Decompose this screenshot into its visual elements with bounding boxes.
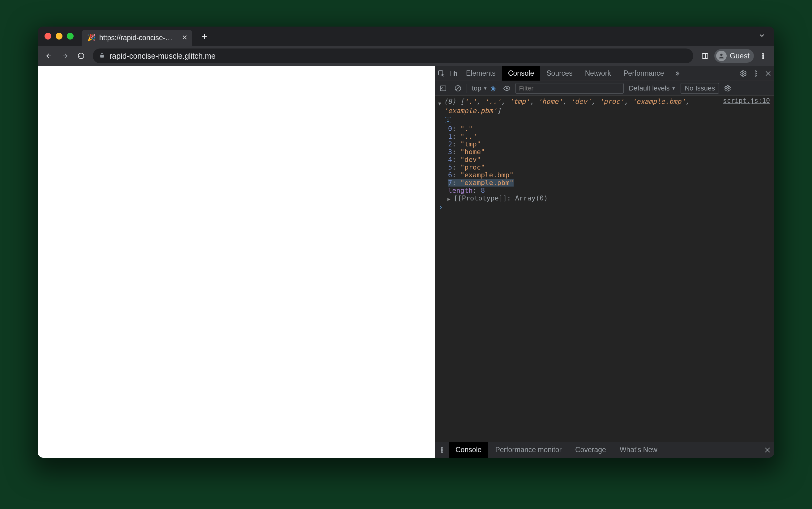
- svg-point-15: [755, 75, 756, 76]
- drawer-tab-console[interactable]: Console: [449, 442, 488, 458]
- browser-tab[interactable]: 🎉 https://rapid-concise-muscle.g… ✕: [82, 30, 192, 46]
- svg-point-12: [743, 73, 744, 74]
- devtools-drawer: Console Performance monitor Coverage Wha…: [435, 442, 774, 458]
- profile-label: Guest: [730, 52, 750, 60]
- live-expression-indicator-icon: ◉: [491, 84, 496, 92]
- traffic-lights: [44, 33, 73, 39]
- length-key: length: [448, 186, 472, 194]
- array-item[interactable]: 2: "tmp": [448, 140, 774, 148]
- expand-toggle-icon[interactable]: [438, 99, 441, 108]
- expanded-array: 0: "."1: ".."2: "tmp"3: "home"4: "dev"5:…: [448, 125, 774, 186]
- array-item[interactable]: 3: "home": [448, 148, 774, 156]
- window-maximize-button[interactable]: [67, 33, 73, 39]
- svg-point-21: [506, 88, 508, 89]
- array-preview: ['.', '..', 'tmp', 'home', 'dev', 'proc'…: [444, 98, 690, 114]
- tab-network[interactable]: Network: [579, 66, 617, 80]
- svg-point-25: [441, 451, 442, 453]
- back-button[interactable]: [42, 49, 56, 63]
- drawer-tab-whats-new[interactable]: What's New: [613, 442, 664, 458]
- drawer-tab-coverage[interactable]: Coverage: [568, 442, 613, 458]
- browser-window: 🎉 https://rapid-concise-muscle.g… ✕ ＋ ra…: [38, 27, 774, 458]
- tab-strip: 🎉 https://rapid-concise-muscle.g… ✕ ＋: [38, 27, 774, 46]
- omnibox[interactable]: rapid-concise-muscle.glitch.me: [93, 48, 693, 63]
- svg-point-6: [762, 53, 764, 54]
- tab-close-icon[interactable]: ✕: [182, 34, 187, 42]
- svg-point-14: [755, 73, 756, 74]
- devtools-menu-icon[interactable]: [750, 66, 762, 81]
- avatar-icon: [716, 50, 727, 61]
- svg-point-23: [441, 447, 442, 448]
- issues-label: No Issues: [685, 84, 715, 92]
- length-value: 8: [481, 186, 485, 194]
- forward-button[interactable]: [58, 49, 72, 63]
- console-toolbar: top ▼ ◉ Default levels ▼ No Issues: [435, 81, 774, 96]
- svg-point-13: [755, 71, 756, 72]
- tab-sources[interactable]: Sources: [540, 66, 579, 80]
- console-sidebar-toggle-icon[interactable]: [437, 81, 449, 96]
- length-row: length: 8: [448, 186, 774, 194]
- array-item[interactable]: 7: "example.pbm": [448, 179, 774, 186]
- levels-label: Default levels: [629, 84, 669, 92]
- drawer-close-icon[interactable]: [761, 446, 774, 454]
- reload-button[interactable]: [74, 49, 88, 63]
- console-prompt[interactable]: ›: [435, 202, 774, 212]
- chevron-down-icon: ▼: [672, 86, 676, 91]
- info-badge-icon[interactable]: i: [445, 117, 451, 123]
- svg-point-24: [441, 449, 442, 451]
- browser-menu-button[interactable]: [756, 49, 770, 63]
- tab-elements[interactable]: Elements: [460, 66, 502, 80]
- tab-performance[interactable]: Performance: [617, 66, 670, 80]
- log-summary[interactable]: (8) ['.', '..', 'tmp', 'home', 'dev', 'p…: [435, 97, 774, 125]
- filter-input[interactable]: [516, 83, 624, 94]
- svg-point-22: [727, 88, 728, 89]
- expand-toggle-icon[interactable]: [447, 196, 450, 202]
- issues-button[interactable]: No Issues: [681, 83, 719, 94]
- device-toolbar-icon[interactable]: [447, 66, 460, 81]
- side-panel-button[interactable]: [698, 49, 712, 63]
- more-tabs-icon[interactable]: [670, 66, 683, 81]
- url-text: rapid-concise-muscle.glitch.me: [110, 52, 216, 61]
- live-expression-icon[interactable]: [501, 81, 513, 96]
- lock-icon: [99, 52, 105, 60]
- inspect-element-icon[interactable]: [435, 66, 447, 81]
- drawer-tab-performance-monitor[interactable]: Performance monitor: [488, 442, 568, 458]
- array-item[interactable]: 6: "example.bmp": [448, 171, 774, 179]
- prototype-row[interactable]: [[[Prototype]][Prototype]]: Array(0): [448, 194, 774, 202]
- array-item[interactable]: 5: "proc": [448, 163, 774, 171]
- svg-point-8: [762, 58, 764, 59]
- context-selector[interactable]: top ▼ ◉: [469, 84, 498, 92]
- console-settings-icon[interactable]: [721, 81, 734, 96]
- profile-button[interactable]: Guest: [714, 49, 754, 63]
- settings-icon[interactable]: [737, 66, 750, 81]
- tab-title: https://rapid-concise-muscle.g…: [99, 34, 178, 42]
- devtools-panel: Elements Console Sources Network Perform…: [435, 66, 774, 458]
- array-item[interactable]: 0: ".": [448, 125, 774, 133]
- console-output[interactable]: script.js:10 (8) ['.', '..', 'tmp', 'hom…: [435, 96, 774, 442]
- content-area: Elements Console Sources Network Perform…: [38, 66, 774, 458]
- svg-point-7: [762, 55, 764, 57]
- clear-console-icon[interactable]: [452, 81, 464, 96]
- window-minimize-button[interactable]: [56, 33, 62, 39]
- array-item[interactable]: 1: "..": [448, 133, 774, 140]
- array-size: (8): [444, 98, 456, 105]
- devtools-close-icon[interactable]: [762, 66, 774, 81]
- svg-rect-3: [702, 54, 708, 58]
- svg-line-20: [456, 87, 460, 90]
- page-viewport[interactable]: [38, 66, 435, 458]
- new-tab-button[interactable]: ＋: [199, 31, 210, 41]
- drawer-menu-icon[interactable]: [435, 443, 449, 457]
- context-label: top: [472, 84, 481, 92]
- log-levels-selector[interactable]: Default levels ▼: [626, 84, 678, 92]
- prototype-value: Array(0): [515, 194, 548, 202]
- svg-rect-2: [100, 55, 104, 58]
- array-item[interactable]: 4: "dev": [448, 156, 774, 163]
- chevron-down-icon: ▼: [483, 86, 488, 91]
- devtools-tabbar: Elements Console Sources Network Perform…: [435, 66, 774, 81]
- tabstrip-menu-button[interactable]: [754, 30, 769, 42]
- address-bar: rapid-concise-muscle.glitch.me Guest: [38, 46, 774, 66]
- tab-console[interactable]: Console: [502, 66, 540, 80]
- favicon-icon: 🎉: [87, 34, 96, 42]
- svg-point-5: [720, 54, 722, 56]
- window-close-button[interactable]: [44, 33, 51, 39]
